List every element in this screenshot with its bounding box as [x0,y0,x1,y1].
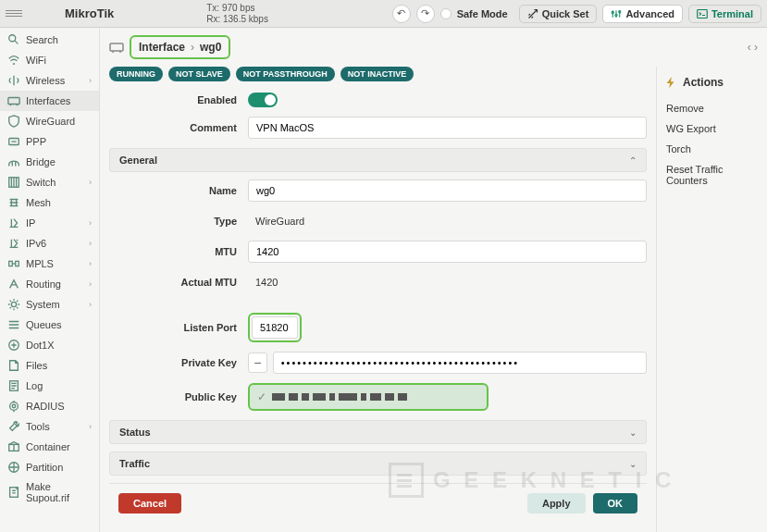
section-traffic[interactable]: Traffic ⌄ [109,452,647,476]
breadcrumb-current: wg0 [200,41,221,54]
svg-rect-3 [698,9,708,18]
safemode-indicator[interactable] [440,8,452,19]
bolt-icon [664,76,677,89]
cancel-button[interactable]: Cancel [118,493,181,513]
sidebar-item-switch[interactable]: Switch› [0,172,99,192]
ppp-icon [7,135,20,148]
status-badges: RUNNINGNOT SLAVENOT PASSTHROUGHNOT INACT… [109,67,647,81]
sidebar-item-radius[interactable]: RADIUS [0,396,99,416]
breadcrumb: Interface › wg0 [130,35,230,59]
listen-port-input[interactable] [252,316,298,339]
sidebar-item-tools[interactable]: Tools› [0,416,99,437]
sidebar-item-interfaces[interactable]: Interfaces [0,91,99,111]
sidebar-item-mesh[interactable]: Mesh [0,192,99,213]
private-key-input[interactable] [273,352,647,374]
type-label: Type [109,216,248,227]
remove-private-key-button[interactable]: − [248,353,267,373]
action-reset-traffic-counters[interactable]: Reset Traffic Counters [664,159,760,191]
tools-icon [7,420,20,433]
supout-icon [7,486,20,499]
search-icon [7,33,20,46]
apply-button[interactable]: Apply [527,493,586,513]
sidebar-item-log[interactable]: Log [0,376,99,396]
redo-button[interactable]: ↷ [416,5,435,23]
action-remove[interactable]: Remove [664,98,760,118]
status-badge: RUNNING [109,67,163,81]
terminal-button[interactable]: Terminal [688,5,761,23]
sidebar-item-partition[interactable]: Partition [0,457,99,477]
svg-rect-8 [9,261,13,266]
actions-title: Actions [683,76,724,89]
sidebar-item-ipv6[interactable]: IPv6› [0,233,99,254]
action-torch[interactable]: Torch [664,139,760,159]
svg-point-14 [10,402,19,411]
sidebar-item-ip[interactable]: IP› [0,213,99,233]
chevron-right-icon: › [89,178,92,187]
enabled-toggle[interactable] [248,93,278,107]
sidebar-item-wireless[interactable]: Wireless› [0,70,99,91]
interfaces-icon [7,94,20,107]
menu-toggle[interactable] [6,6,22,22]
enabled-label: Enabled [109,94,248,105]
mpls-icon [7,257,20,270]
routing-icon [7,278,20,291]
name-label: Name [109,185,248,196]
advanced-button[interactable]: Advanced [602,5,683,23]
actual-mtu-label: Actual MTU [109,277,248,288]
sliders-icon [611,8,622,19]
sidebar-item-mpls[interactable]: MPLS› [0,254,99,274]
interface-icon [109,40,124,55]
chevron-down-icon: ⌄ [629,427,637,438]
files-icon [7,359,20,372]
public-key-value: ✓ [248,383,489,411]
chevron-right-icon: › [89,259,92,268]
sidebar-item-files[interactable]: Files [0,355,99,376]
chevron-right-icon: › [89,76,92,85]
mtu-label: MTU [109,246,248,257]
sidebar-item-wifi[interactable]: WiFi [0,50,99,70]
svg-point-13 [12,404,16,408]
chevron-right-icon: › [89,218,92,228]
sidebar-item-container[interactable]: Container [0,437,99,457]
comment-label: Comment [109,122,248,133]
status-badge: NOT SLAVE [168,67,230,81]
undo-button[interactable]: ↶ [392,5,411,23]
sidebar-item-bridge[interactable]: Bridge [0,152,99,172]
safemode-label[interactable]: Safe Mode [457,8,508,19]
sidebar-item-dot1x[interactable]: Dot1X [0,335,99,355]
chevron-right-icon: › [89,422,92,431]
sidebar-item-wireguard[interactable]: WireGuard [0,111,99,131]
section-general[interactable]: General ⌃ [109,148,647,172]
radius-icon [7,400,20,413]
wireless-icon [7,74,20,87]
sidebar-item-ppp[interactable]: PPP [0,131,99,152]
comment-input[interactable] [248,117,647,139]
chevron-right-icon: › [89,279,92,289]
name-input[interactable] [248,179,647,202]
brand-label: MikroTik [28,6,206,20]
section-status[interactable]: Status ⌄ [109,420,647,444]
action-wg-export[interactable]: WG Export [664,118,760,139]
chevron-up-icon: ⌃ [629,155,637,166]
expand-icon[interactable]: ‹ › [748,41,758,54]
sidebar-item-system[interactable]: System› [0,294,99,315]
shield-icon [7,115,20,128]
sidebar-item-queues[interactable]: Queues [0,315,99,335]
breadcrumb-parent[interactable]: Interface [139,41,185,54]
queues-icon [7,318,20,331]
switch-icon [7,176,20,189]
ip-icon [7,217,20,229]
status-badge: NOT INACTIVE [340,67,414,81]
sidebar-item-routing[interactable]: Routing› [0,274,99,294]
ipv6-icon [7,237,20,250]
chevron-down-icon: ⌄ [629,459,637,469]
mtu-input[interactable] [248,241,647,263]
sidebar-item-make-supout-rif[interactable]: Make Supout.rif [0,477,99,507]
bandwidth-stats: Tx: 970 bps Rx: 136.5 kbps [206,3,268,25]
listen-port-label: Listen Port [109,322,248,333]
system-icon [7,298,20,311]
quickset-button[interactable]: Quick Set [519,5,598,23]
ok-button[interactable]: OK [593,493,638,513]
sidebar-item-search[interactable]: Search [0,30,99,50]
svg-rect-9 [16,261,19,266]
